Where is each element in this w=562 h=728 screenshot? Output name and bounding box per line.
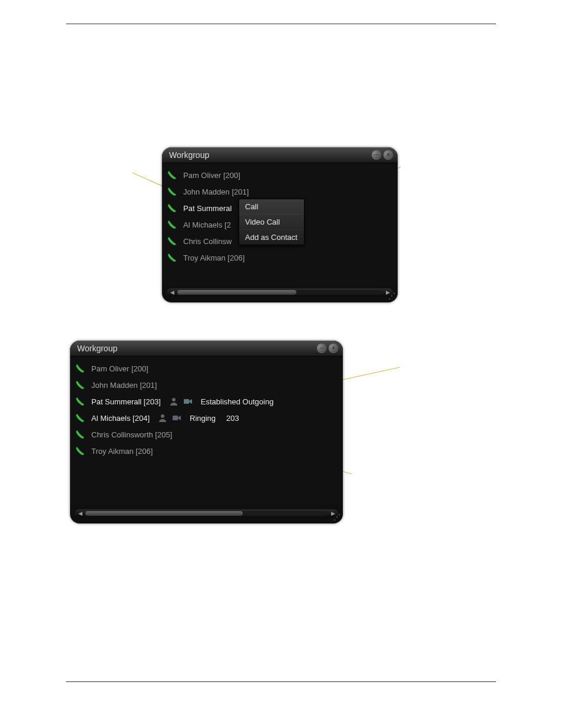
minimize-icon[interactable]: − bbox=[317, 344, 326, 353]
window-titlebar[interactable]: Workgroup − × bbox=[70, 341, 343, 357]
contact-name: Troy Aikman [206] bbox=[91, 447, 153, 456]
svg-point-6 bbox=[161, 414, 164, 418]
context-menu-label: Video Call bbox=[245, 218, 280, 226]
contact-list: Pam Oliver [200] John Madden [201] Pat S… bbox=[162, 163, 398, 285]
bottom-rule bbox=[66, 681, 496, 682]
contact-name: John Madden [201] bbox=[91, 381, 157, 390]
svg-rect-7 bbox=[173, 416, 178, 420]
contact-name: John Madden [201] bbox=[183, 187, 249, 196]
list-item[interactable]: Al Michaels [204] Ringing 203 bbox=[75, 410, 338, 426]
phone-icon bbox=[167, 186, 177, 197]
horizontal-scrollbar[interactable]: ◀ ▶ bbox=[75, 509, 338, 518]
contact-name: Pat Summeral bbox=[183, 204, 232, 213]
phone-icon bbox=[75, 413, 85, 423]
phone-icon bbox=[167, 219, 177, 230]
workgroup-window-2: Workgroup − × Pam Oliver [200] John Madd… bbox=[70, 341, 343, 523]
contact-name: Pam Oliver [200] bbox=[91, 364, 148, 373]
phone-icon bbox=[75, 396, 85, 407]
list-item[interactable]: John Madden [201] bbox=[75, 377, 338, 393]
close-icon[interactable]: × bbox=[329, 344, 338, 353]
scroll-thumb[interactable] bbox=[85, 511, 243, 516]
phone-icon bbox=[167, 170, 177, 180]
window-title: Workgroup bbox=[169, 150, 369, 160]
phone-icon bbox=[167, 203, 177, 213]
top-rule bbox=[66, 24, 496, 24]
contact-name: Pam Oliver [200] bbox=[183, 171, 240, 180]
scroll-track[interactable] bbox=[85, 511, 328, 516]
resize-grip-icon[interactable]: ⋰ bbox=[331, 513, 340, 522]
person-icon bbox=[169, 397, 178, 406]
list-item[interactable]: John Madden [201] bbox=[167, 183, 393, 200]
context-menu-item-call[interactable]: Call bbox=[239, 199, 304, 214]
scroll-thumb[interactable] bbox=[177, 290, 296, 295]
contact-name: Troy Aikman [206] bbox=[183, 253, 244, 262]
scroll-left-icon[interactable]: ◀ bbox=[77, 510, 83, 516]
svg-rect-5 bbox=[184, 399, 189, 404]
minimize-icon[interactable]: − bbox=[372, 150, 381, 160]
context-menu: Call Video Call Add as Contact bbox=[239, 199, 305, 245]
page: Workgroup − × Pam Oliver [200] John Madd… bbox=[0, 0, 562, 728]
window-title: Workgroup bbox=[77, 344, 315, 353]
list-item[interactable]: Troy Aikman [206] bbox=[167, 249, 393, 266]
status-icons bbox=[158, 414, 181, 422]
phone-icon bbox=[75, 363, 85, 374]
list-item[interactable]: Troy Aikman [206] bbox=[75, 443, 338, 459]
phone-icon bbox=[167, 236, 177, 246]
window-titlebar[interactable]: Workgroup − × bbox=[162, 147, 398, 163]
call-status: Established Outgoing bbox=[201, 397, 274, 406]
contact-list: Pam Oliver [200] John Madden [201] Pat S… bbox=[70, 357, 343, 505]
list-item[interactable]: Pam Oliver [200] bbox=[167, 167, 393, 183]
horizontal-scrollbar[interactable]: ◀ ▶ bbox=[167, 288, 393, 297]
context-menu-item-add-contact[interactable]: Add as Contact bbox=[239, 229, 304, 245]
phone-icon bbox=[75, 429, 85, 440]
workgroup-window-1: Workgroup − × Pam Oliver [200] John Madd… bbox=[162, 147, 398, 302]
contact-name: Al Michaels [2 bbox=[183, 220, 231, 229]
scroll-left-icon[interactable]: ◀ bbox=[169, 289, 175, 295]
context-menu-item-video-call[interactable]: Video Call bbox=[239, 214, 304, 229]
list-item[interactable]: Chris Collinsworth [205] bbox=[75, 426, 338, 443]
person-icon bbox=[158, 414, 167, 422]
list-item[interactable]: Pat Summerall [203] Established Outgoing bbox=[75, 393, 338, 410]
scroll-track[interactable] bbox=[177, 290, 382, 295]
contact-name: Chris Collinsworth [205] bbox=[91, 430, 172, 439]
close-icon[interactable]: × bbox=[384, 150, 393, 160]
contact-name: Al Michaels [204] bbox=[91, 414, 150, 423]
list-item[interactable]: Pam Oliver [200] bbox=[75, 360, 338, 377]
video-icon bbox=[172, 414, 181, 422]
context-menu-label: Call bbox=[245, 202, 258, 211]
call-extension: 203 bbox=[226, 414, 239, 423]
resize-grip-icon[interactable]: ⋰ bbox=[386, 292, 395, 301]
status-icons bbox=[169, 397, 193, 406]
phone-icon bbox=[75, 380, 85, 390]
svg-point-4 bbox=[172, 398, 176, 401]
phone-icon bbox=[75, 446, 85, 456]
contact-name: Chris Collinsw bbox=[183, 237, 232, 246]
call-status: Ringing bbox=[190, 414, 216, 423]
context-menu-label: Add as Contact bbox=[245, 233, 297, 242]
phone-icon bbox=[167, 252, 177, 263]
video-icon bbox=[183, 397, 193, 406]
contact-name: Pat Summerall [203] bbox=[91, 397, 161, 406]
